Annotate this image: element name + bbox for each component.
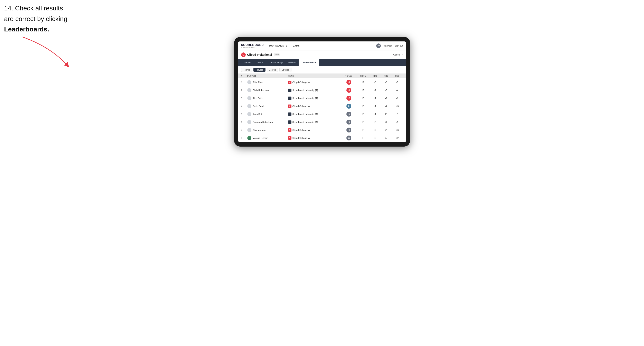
- player-cell-2: Chris Robertson: [247, 88, 288, 92]
- filter-strokes[interactable]: Strokes: [280, 68, 292, 72]
- rank-4: 4: [241, 105, 247, 107]
- col-player: PLAYER: [247, 75, 288, 77]
- table-row: 6 Cameron Robertson Scoreboard Universit…: [238, 118, 406, 126]
- table-row: 1 Elliot Ebert C Clippd College [A] -8 F…: [238, 78, 406, 86]
- total-cell-5: +1: [341, 112, 357, 117]
- instruction-line1: 14. Check all results: [4, 4, 86, 13]
- table-row: 2 Chris Robertson Scoreboard University …: [238, 86, 406, 94]
- annotation-arrow: [6, 35, 76, 76]
- signout-link[interactable]: Sign out: [395, 44, 403, 47]
- logo-sub: Powered by clippd: [241, 46, 264, 48]
- player-avatar-8: [247, 136, 252, 140]
- tournament-badge: Men: [274, 53, 280, 56]
- rd1-2: -5: [369, 89, 380, 91]
- leaderboard-table: # PLAYER TEAM TOTAL THRU RD1 RD2 RD3 1 E…: [238, 74, 406, 142]
- logo-area: SCOREBOARD Powered by clippd: [241, 43, 264, 48]
- rank-8: 8: [241, 137, 247, 139]
- thru-8: F: [357, 137, 369, 139]
- player-cell-8: Marcus Turners: [247, 136, 288, 140]
- team-logo-4: C: [288, 105, 292, 108]
- tabs-bar: Details Teams Course Setup Results Leade…: [238, 59, 406, 66]
- score-badge-6: +6: [346, 120, 351, 125]
- score-badge-2: -4: [346, 88, 351, 93]
- rd2-2: +5: [380, 89, 392, 91]
- player-cell-6: Cameron Robertson: [247, 120, 288, 124]
- total-cell-8: +11: [341, 136, 357, 141]
- thru-3: F: [357, 97, 369, 99]
- nav-teams[interactable]: TEAMS: [291, 44, 300, 48]
- player-name-7: Blair McHarg: [252, 129, 266, 131]
- team-cell-6: Scoreboard University [A]: [288, 120, 341, 124]
- rank-6: 6: [241, 121, 247, 123]
- col-rd2: RD2: [380, 75, 392, 77]
- rd3-6: -1: [392, 121, 403, 123]
- tab-leaderboards[interactable]: Leaderboards: [298, 59, 319, 66]
- rd3-1: -5: [392, 81, 403, 83]
- rd2-4: -4: [380, 105, 392, 107]
- team-logo-1: C: [288, 81, 292, 84]
- rd1-5: +1: [369, 113, 380, 115]
- team-name-3: Scoreboard University [A]: [292, 97, 318, 99]
- tablet-device: SCOREBOARD Powered by clippd TOURNAMENTS…: [234, 37, 410, 147]
- table-row: 5 Rees Britt Scoreboard University [A] +…: [238, 110, 406, 118]
- tab-teams[interactable]: Teams: [254, 59, 266, 66]
- player-avatar-3: [247, 96, 252, 100]
- player-name-5: Rees Britt: [252, 113, 262, 115]
- team-cell-2: Scoreboard University [A]: [288, 89, 341, 92]
- col-rd3: RD3: [392, 75, 403, 77]
- table-row: 8 Marcus Turners C Clippd College [A] +1…: [238, 134, 406, 142]
- table-row: 4 David Ford C Clippd College [A] E F +1…: [238, 102, 406, 110]
- score-badge-3: -2: [346, 96, 351, 101]
- team-logo-2: [288, 89, 292, 92]
- col-thru: THRU: [357, 75, 369, 77]
- score-badge-1: -8: [346, 80, 351, 85]
- filter-scores[interactable]: Scores: [267, 68, 278, 72]
- tournament-header: C Clippd Invitational Men Cancel ✕: [238, 50, 406, 59]
- rank-3: 3: [241, 97, 247, 99]
- rd2-8: +7: [380, 137, 392, 139]
- player-name-4: David Ford: [252, 105, 264, 107]
- rank-5: 5: [241, 113, 247, 115]
- tab-course-setup[interactable]: Course Setup: [266, 59, 286, 66]
- rd1-6: +5: [369, 121, 380, 123]
- tab-results[interactable]: Results: [286, 59, 299, 66]
- rd3-5: E: [392, 113, 403, 115]
- team-cell-3: Scoreboard University [A]: [288, 97, 341, 100]
- rd1-8: +2: [369, 137, 380, 139]
- filter-teams[interactable]: Teams: [241, 68, 252, 72]
- thru-5: F: [357, 113, 369, 115]
- rd2-7: +1: [380, 129, 392, 131]
- team-name-4: Clippd College [A]: [292, 105, 310, 107]
- total-cell-6: +6: [341, 120, 357, 125]
- filter-players[interactable]: Players: [254, 68, 266, 72]
- player-avatar-2: [247, 88, 252, 92]
- thru-6: F: [357, 121, 369, 123]
- user-avatar: TU: [376, 43, 381, 48]
- rank-2: 2: [241, 89, 247, 91]
- player-name-1: Elliot Ebert: [252, 81, 264, 83]
- rd1-3: +1: [369, 97, 380, 99]
- rd2-5: E: [380, 113, 392, 115]
- player-avatar-1: [247, 80, 252, 84]
- table-row: 7 Blair McHarg C Clippd College [A] +9 F…: [238, 126, 406, 134]
- tournament-logo: C: [241, 52, 246, 57]
- player-name-2: Chris Robertson: [252, 89, 269, 91]
- team-name-6: Scoreboard University [A]: [292, 121, 318, 123]
- team-name-2: Scoreboard University [A]: [292, 89, 318, 91]
- tournament-name: Clippd Invitational: [247, 53, 272, 56]
- player-cell-4: David Ford: [247, 104, 288, 108]
- cancel-button[interactable]: Cancel ✕: [393, 53, 403, 56]
- player-name-8: Marcus Turners: [252, 137, 268, 139]
- tab-details[interactable]: Details: [241, 59, 254, 66]
- score-badge-5: +1: [346, 112, 351, 117]
- player-avatar-5: [247, 112, 252, 116]
- nav-links: TOURNAMENTS TEAMS: [269, 44, 376, 48]
- player-cell-5: Rees Britt: [247, 112, 288, 116]
- score-badge-4: E: [346, 104, 351, 109]
- nav-tournaments[interactable]: TOURNAMENTS: [269, 44, 287, 48]
- top-nav: SCOREBOARD Powered by clippd TOURNAMENTS…: [238, 41, 406, 50]
- rd1-1: +3: [369, 81, 380, 83]
- team-cell-5: Scoreboard University [A]: [288, 113, 341, 116]
- cancel-x-icon: ✕: [401, 53, 403, 56]
- team-name-1: Clippd College [A]: [292, 81, 310, 83]
